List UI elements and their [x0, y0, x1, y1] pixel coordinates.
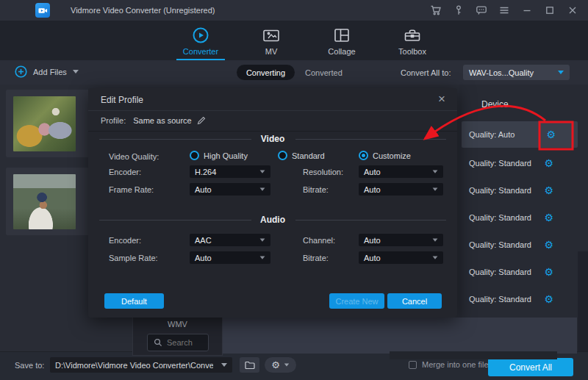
radio-high-quality[interactable]: High Quality	[190, 151, 248, 160]
quality-row-label: Quality: Standard	[469, 295, 531, 304]
format-name-label: WMV	[133, 320, 222, 329]
quality-row[interactable]: Quality: Standard ⚙	[462, 204, 576, 231]
quality-row[interactable]: Quality: Standard ⚙	[462, 259, 576, 285]
video-thumbnail-1[interactable]	[13, 96, 76, 151]
profile-value: Same as source	[133, 116, 191, 125]
register-key-icon[interactable]	[451, 2, 467, 18]
save-to-label: Save to:	[15, 361, 44, 370]
create-new-button[interactable]: Create New	[329, 293, 384, 309]
add-files-button[interactable]: Add Files	[15, 65, 79, 78]
save-path-value: D:\Vidmore\Vidmore Video Converter\Conve…	[55, 361, 213, 370]
media-item-1[interactable]	[6, 90, 90, 157]
quality-row[interactable]: Quality: Standard ⚙	[462, 286, 576, 312]
dropdown-value: H.264	[195, 168, 216, 176]
gear-icon[interactable]: ⚙	[544, 158, 553, 168]
cancel-button[interactable]: Cancel	[387, 293, 442, 309]
dropdown-value: AAC	[195, 236, 212, 245]
audio-encoder-label: Encoder:	[109, 236, 141, 245]
chevron-down-icon	[433, 238, 438, 241]
video-thumbnail-2[interactable]	[13, 174, 76, 229]
channel-label: Channel:	[303, 236, 335, 245]
quality-row-label: Quality: Auto	[469, 130, 514, 139]
settings-button[interactable]: ⚙	[265, 357, 296, 373]
gear-icon[interactable]: ⚙	[544, 240, 553, 250]
tab-collage[interactable]: Collage	[316, 21, 368, 60]
quality-row[interactable]: Quality: Standard ⚙	[462, 232, 576, 258]
dropdown-value: Auto	[195, 254, 212, 262]
resolution-label: Resolution:	[303, 168, 343, 176]
chevron-down-icon	[260, 256, 265, 259]
maximize-icon[interactable]	[542, 2, 558, 18]
chevron-down-icon	[221, 363, 227, 367]
gear-icon[interactable]: ⚙	[544, 185, 553, 196]
sidebar-scroll-track[interactable]	[578, 251, 588, 351]
video-encoder-dropdown[interactable]: H.264	[190, 165, 270, 178]
channel-dropdown[interactable]: Auto	[359, 234, 443, 246]
output-format-dropdown[interactable]: WAV-Los...Quality	[463, 65, 570, 80]
plus-circle-icon	[15, 65, 27, 78]
format-search-box[interactable]	[147, 334, 209, 351]
folder-icon	[245, 361, 255, 370]
radio-standard[interactable]: Standard	[278, 151, 325, 160]
profile-label: Profile:	[101, 116, 126, 125]
device-panel-title: Device	[481, 99, 509, 110]
feedback-icon[interactable]	[473, 2, 490, 18]
gear-icon[interactable]: ⚙	[544, 212, 553, 223]
search-input[interactable]	[167, 338, 201, 347]
divider	[99, 220, 251, 221]
open-folder-button[interactable]	[240, 357, 259, 373]
media-item-2[interactable]	[6, 168, 90, 235]
sample-rate-label: Sample Rate:	[109, 254, 158, 262]
format-popup-panel	[222, 318, 577, 354]
gear-icon[interactable]: ⚙	[544, 294, 553, 304]
save-path-dropdown[interactable]: D:\Vidmore\Vidmore Video Converter\Conve…	[50, 357, 232, 373]
edit-profile-dialog: Edit Profile × Profile: Same as source V…	[88, 88, 457, 318]
tab-converting[interactable]: Converting	[237, 65, 295, 80]
video-bitrate-dropdown[interactable]: Auto	[359, 183, 443, 196]
quality-row-label: Quality: Standard	[469, 268, 531, 276]
main-nav: Converter MV Collage Toolbox	[0, 21, 588, 60]
chevron-down-icon	[284, 364, 289, 367]
add-files-label: Add Files	[33, 68, 67, 76]
frame-rate-dropdown[interactable]: Auto	[190, 183, 270, 196]
title-bar: Vidmore Video Converter (Unregistered)	[0, 0, 588, 21]
format-popup-column: WMV	[132, 315, 223, 356]
audio-bitrate-dropdown[interactable]: Auto	[359, 251, 443, 264]
tab-converted[interactable]: Converted	[305, 68, 343, 77]
cart-icon[interactable]	[428, 2, 444, 18]
tab-converter-label: Converter	[183, 47, 218, 56]
chevron-down-icon	[433, 256, 438, 259]
merge-checkbox-row[interactable]: Merge into one file	[409, 360, 489, 369]
chevron-down-icon	[260, 238, 265, 241]
sample-rate-dropdown[interactable]: Auto	[190, 251, 270, 264]
frame-rate-label: Frame Rate:	[109, 185, 154, 194]
chevron-down-icon	[433, 170, 438, 173]
tab-toolbox[interactable]: Toolbox	[387, 21, 438, 60]
radio-customize[interactable]: Customize	[359, 151, 411, 160]
quality-row[interactable]: Quality: Standard ⚙	[462, 177, 576, 204]
divider	[295, 220, 446, 221]
close-icon[interactable]	[564, 2, 581, 18]
quality-row-auto[interactable]: Quality: Auto ⚙	[462, 121, 578, 148]
audio-encoder-dropdown[interactable]: AAC	[190, 234, 270, 246]
window-title: Vidmore Video Converter (Unregistered)	[71, 6, 215, 15]
resolution-dropdown[interactable]: Auto	[359, 165, 443, 178]
edit-pencil-icon[interactable]	[196, 115, 207, 126]
minimize-icon[interactable]	[519, 2, 535, 18]
radio-icon	[190, 151, 199, 160]
menu-icon[interactable]	[496, 2, 512, 18]
convert-all-button[interactable]: Convert All	[488, 358, 573, 376]
gear-icon[interactable]: ⚙	[546, 129, 556, 140]
default-button[interactable]: Default	[104, 293, 164, 309]
chevron-down-icon	[260, 170, 265, 173]
quality-row-label: Quality: Standard	[469, 240, 531, 249]
gear-icon[interactable]: ⚙	[544, 267, 553, 277]
divider	[295, 139, 446, 140]
tab-converter[interactable]: Converter	[175, 21, 226, 60]
dropdown-value: Auto	[364, 236, 381, 245]
merge-checkbox[interactable]	[409, 361, 417, 369]
quality-row[interactable]: Quality: Standard ⚙	[462, 150, 576, 176]
tab-mv[interactable]: MV	[245, 21, 297, 60]
dialog-close-icon[interactable]: ×	[435, 90, 448, 108]
dropdown-value: Auto	[364, 168, 381, 176]
